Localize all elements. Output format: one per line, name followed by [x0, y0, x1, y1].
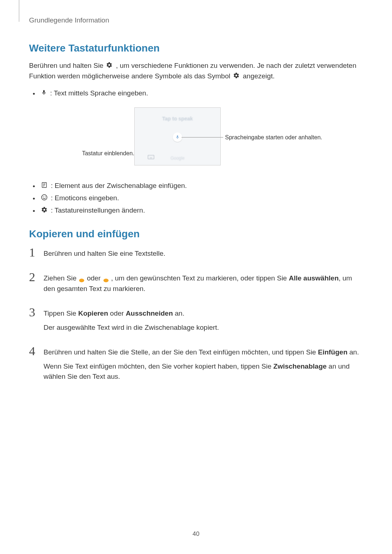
- text-fragment: an.: [347, 348, 359, 356]
- step-number: 3: [29, 306, 44, 319]
- bullet-text-mic: : Text mittels Sprache eingeben.: [50, 89, 148, 97]
- bullet-text-clipboard: : Element aus der Zwischenablage einfüge…: [51, 182, 187, 189]
- text-fragment: Ziehen Sie: [44, 274, 78, 282]
- list-item: • : Tastatureinstellungen ändern.: [33, 205, 363, 217]
- callout-keyboard-show: Tastatur einblenden.: [73, 150, 134, 157]
- callout-line: [181, 137, 223, 138]
- gear-icon: [233, 71, 240, 82]
- intro-text-a: Berühren und halten Sie: [29, 62, 105, 69]
- text-fragment: Tippen Sie: [44, 309, 78, 317]
- text-handle-right-icon: [103, 275, 109, 282]
- microphone-icon: [41, 88, 47, 99]
- step-item: 2 Ziehen Sie oder , um den gewünschten T…: [29, 271, 363, 297]
- bold-label-copy: Kopieren: [78, 309, 108, 317]
- google-label: Google: [171, 156, 185, 161]
- step-number: 2: [29, 271, 44, 283]
- svg-point-12: [45, 196, 45, 197]
- emoticon-icon: [41, 193, 48, 204]
- list-item: • : Element aus der Zwischenablage einfü…: [33, 180, 363, 192]
- microphone-button: [173, 132, 182, 142]
- step-number: 4: [29, 345, 44, 357]
- bullet-text-settings: : Tastatureinstellungen ändern.: [51, 206, 145, 214]
- text-fragment: , um den gewünschten Text zu markieren, …: [111, 274, 289, 282]
- step-subtext: Wenn Sie Text einfügen möchten, den Sie …: [44, 361, 363, 382]
- bullet-icon: •: [33, 205, 35, 217]
- intro-paragraph: Berühren und halten Sie , um verschieden…: [29, 61, 363, 82]
- step-text: Ziehen Sie oder , um den gewünschten Tex…: [44, 273, 363, 294]
- svg-point-10: [41, 194, 47, 200]
- svg-point-11: [43, 196, 44, 197]
- list-item: • : Text mittels Sprache eingeben.: [33, 87, 363, 100]
- text-fragment: Wenn Sie Text einfügen möchten, den Sie …: [44, 362, 273, 370]
- text-handle-left-icon: [79, 275, 84, 282]
- step-subtext: Der ausgewählte Text wird in die Zwische…: [44, 323, 363, 333]
- gear-icon: [41, 205, 48, 217]
- section-heading-copy-paste: Kopieren und einfügen: [29, 228, 363, 240]
- breadcrumb: Grundlegende Information: [29, 16, 363, 24]
- clipboard-icon: [41, 180, 48, 192]
- voice-input-diagram: Tastatur einblenden. Tap to speak Google…: [29, 107, 363, 169]
- voice-panel: Tap to speak Google: [134, 107, 221, 165]
- step-text: Berühren und halten Sie die Stelle, an d…: [44, 347, 363, 358]
- bold-label-clipboard: Zwischenablage: [273, 362, 327, 370]
- callout-voice-start-stop: Spracheingabe starten oder anhalten.: [225, 134, 334, 141]
- step-item: 4 Berühren und halten Sie die Stelle, an…: [29, 345, 363, 386]
- list-item: • : Emoticons eingeben.: [33, 192, 363, 205]
- step-item: 3 Tippen Sie Kopieren oder Ausschneiden …: [29, 306, 363, 336]
- step-number: 1: [29, 246, 44, 259]
- bold-label-select-all: Alle auswählen: [289, 274, 339, 282]
- page-number: 40: [193, 530, 200, 538]
- step-text: Berühren und halten Sie eine Textstelle.: [44, 249, 363, 259]
- bullet-text-emoji: : Emoticons eingeben.: [51, 194, 119, 202]
- svg-rect-0: [148, 155, 154, 159]
- bold-label-cut: Ausschneiden: [126, 309, 173, 317]
- gear-icon: [106, 61, 113, 71]
- tap-to-speak-label: Tap to speak: [162, 116, 193, 122]
- step-item: 1 Berühren und halten Sie eine Textstell…: [29, 246, 363, 263]
- text-fragment: an.: [173, 309, 184, 317]
- keyboard-icon: [148, 154, 154, 161]
- bullet-icon: •: [33, 193, 35, 205]
- text-fragment: oder: [108, 309, 126, 317]
- section-heading-keyboard: Weitere Tastaturfunktionen: [29, 42, 363, 54]
- bold-label-paste: Einfügen: [318, 348, 347, 356]
- text-fragment: oder: [87, 274, 102, 282]
- intro-text-c: angezeigt.: [243, 72, 275, 80]
- bullet-icon: •: [33, 181, 35, 192]
- bullet-icon: •: [33, 88, 35, 100]
- text-fragment: Berühren und halten Sie die Stelle, an d…: [44, 348, 318, 356]
- step-text: Tippen Sie Kopieren oder Ausschneiden an…: [44, 308, 363, 319]
